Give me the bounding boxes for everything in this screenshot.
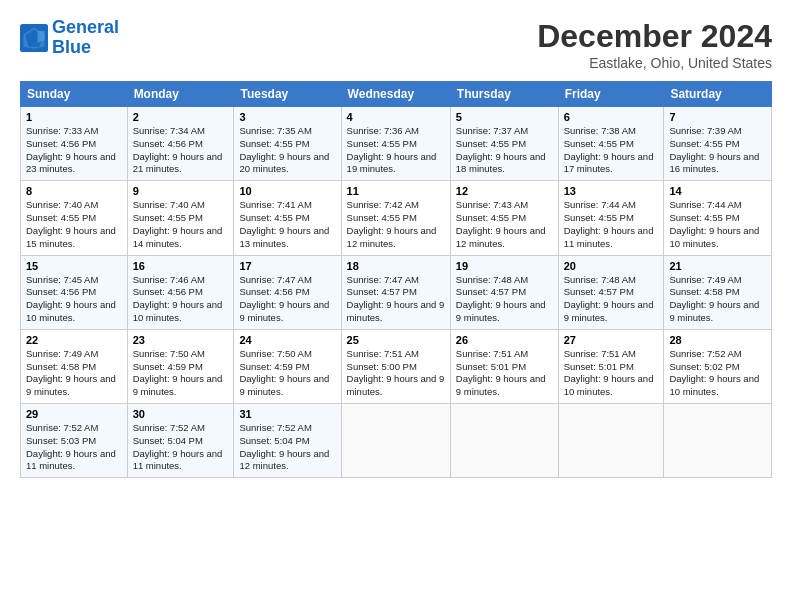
day-number: 28 xyxy=(669,334,766,346)
page: General Blue December 2024 Eastlake, Ohi… xyxy=(0,0,792,612)
day-cell: 6Sunrise: 7:38 AMSunset: 4:55 PMDaylight… xyxy=(558,107,664,181)
day-info: Sunrise: 7:45 AMSunset: 4:56 PMDaylight:… xyxy=(26,274,122,325)
day-number: 24 xyxy=(239,334,335,346)
day-cell: 14Sunrise: 7:44 AMSunset: 4:55 PMDayligh… xyxy=(664,181,772,255)
day-info: Sunrise: 7:40 AMSunset: 4:55 PMDaylight:… xyxy=(133,199,229,250)
day-info: Sunrise: 7:40 AMSunset: 4:55 PMDaylight:… xyxy=(26,199,122,250)
day-number: 17 xyxy=(239,260,335,272)
day-cell: 28Sunrise: 7:52 AMSunset: 5:02 PMDayligh… xyxy=(664,329,772,403)
location: Eastlake, Ohio, United States xyxy=(537,55,772,71)
logo-line1: General xyxy=(52,17,119,37)
day-cell: 4Sunrise: 7:36 AMSunset: 4:55 PMDaylight… xyxy=(341,107,450,181)
day-cell: 29Sunrise: 7:52 AMSunset: 5:03 PMDayligh… xyxy=(21,404,128,478)
day-cell: 9Sunrise: 7:40 AMSunset: 4:55 PMDaylight… xyxy=(127,181,234,255)
day-number: 1 xyxy=(26,111,122,123)
day-cell: 25Sunrise: 7:51 AMSunset: 5:00 PMDayligh… xyxy=(341,329,450,403)
calendar-table: SundayMondayTuesdayWednesdayThursdayFrid… xyxy=(20,81,772,478)
day-cell: 10Sunrise: 7:41 AMSunset: 4:55 PMDayligh… xyxy=(234,181,341,255)
day-number: 25 xyxy=(347,334,445,346)
header: General Blue December 2024 Eastlake, Ohi… xyxy=(20,18,772,71)
day-cell: 16Sunrise: 7:46 AMSunset: 4:56 PMDayligh… xyxy=(127,255,234,329)
day-cell: 11Sunrise: 7:42 AMSunset: 4:55 PMDayligh… xyxy=(341,181,450,255)
day-cell: 5Sunrise: 7:37 AMSunset: 4:55 PMDaylight… xyxy=(450,107,558,181)
day-info: Sunrise: 7:37 AMSunset: 4:55 PMDaylight:… xyxy=(456,125,553,176)
day-number: 2 xyxy=(133,111,229,123)
day-info: Sunrise: 7:49 AMSunset: 4:58 PMDaylight:… xyxy=(26,348,122,399)
day-info: Sunrise: 7:38 AMSunset: 4:55 PMDaylight:… xyxy=(564,125,659,176)
logo-icon xyxy=(20,24,48,52)
day-cell: 13Sunrise: 7:44 AMSunset: 4:55 PMDayligh… xyxy=(558,181,664,255)
day-cell: 31Sunrise: 7:52 AMSunset: 5:04 PMDayligh… xyxy=(234,404,341,478)
day-cell: 24Sunrise: 7:50 AMSunset: 4:59 PMDayligh… xyxy=(234,329,341,403)
week-row-4: 22Sunrise: 7:49 AMSunset: 4:58 PMDayligh… xyxy=(21,329,772,403)
day-cell: 1Sunrise: 7:33 AMSunset: 4:56 PMDaylight… xyxy=(21,107,128,181)
day-info: Sunrise: 7:48 AMSunset: 4:57 PMDaylight:… xyxy=(456,274,553,325)
day-number: 27 xyxy=(564,334,659,346)
day-cell: 15Sunrise: 7:45 AMSunset: 4:56 PMDayligh… xyxy=(21,255,128,329)
day-info: Sunrise: 7:43 AMSunset: 4:55 PMDaylight:… xyxy=(456,199,553,250)
logo-text: General Blue xyxy=(52,18,119,58)
day-info: Sunrise: 7:52 AMSunset: 5:04 PMDaylight:… xyxy=(133,422,229,473)
day-number: 14 xyxy=(669,185,766,197)
day-number: 20 xyxy=(564,260,659,272)
day-cell: 12Sunrise: 7:43 AMSunset: 4:55 PMDayligh… xyxy=(450,181,558,255)
month-title: December 2024 xyxy=(537,18,772,55)
day-cell xyxy=(664,404,772,478)
week-row-3: 15Sunrise: 7:45 AMSunset: 4:56 PMDayligh… xyxy=(21,255,772,329)
day-number: 29 xyxy=(26,408,122,420)
day-info: Sunrise: 7:52 AMSunset: 5:04 PMDaylight:… xyxy=(239,422,335,473)
day-number: 3 xyxy=(239,111,335,123)
day-info: Sunrise: 7:52 AMSunset: 5:03 PMDaylight:… xyxy=(26,422,122,473)
logo-line2: Blue xyxy=(52,37,91,57)
day-cell: 20Sunrise: 7:48 AMSunset: 4:57 PMDayligh… xyxy=(558,255,664,329)
day-info: Sunrise: 7:46 AMSunset: 4:56 PMDaylight:… xyxy=(133,274,229,325)
day-cell: 17Sunrise: 7:47 AMSunset: 4:56 PMDayligh… xyxy=(234,255,341,329)
weekday-wednesday: Wednesday xyxy=(341,82,450,107)
day-cell: 19Sunrise: 7:48 AMSunset: 4:57 PMDayligh… xyxy=(450,255,558,329)
day-info: Sunrise: 7:39 AMSunset: 4:55 PMDaylight:… xyxy=(669,125,766,176)
day-info: Sunrise: 7:33 AMSunset: 4:56 PMDaylight:… xyxy=(26,125,122,176)
day-info: Sunrise: 7:51 AMSunset: 5:01 PMDaylight:… xyxy=(564,348,659,399)
day-info: Sunrise: 7:49 AMSunset: 4:58 PMDaylight:… xyxy=(669,274,766,325)
day-number: 15 xyxy=(26,260,122,272)
day-cell: 3Sunrise: 7:35 AMSunset: 4:55 PMDaylight… xyxy=(234,107,341,181)
day-cell xyxy=(558,404,664,478)
day-cell: 18Sunrise: 7:47 AMSunset: 4:57 PMDayligh… xyxy=(341,255,450,329)
day-number: 4 xyxy=(347,111,445,123)
day-info: Sunrise: 7:36 AMSunset: 4:55 PMDaylight:… xyxy=(347,125,445,176)
title-block: December 2024 Eastlake, Ohio, United Sta… xyxy=(537,18,772,71)
weekday-friday: Friday xyxy=(558,82,664,107)
day-cell: 26Sunrise: 7:51 AMSunset: 5:01 PMDayligh… xyxy=(450,329,558,403)
day-number: 16 xyxy=(133,260,229,272)
weekday-sunday: Sunday xyxy=(21,82,128,107)
weekday-header-row: SundayMondayTuesdayWednesdayThursdayFrid… xyxy=(21,82,772,107)
day-cell: 2Sunrise: 7:34 AMSunset: 4:56 PMDaylight… xyxy=(127,107,234,181)
logo: General Blue xyxy=(20,18,119,58)
day-number: 8 xyxy=(26,185,122,197)
day-info: Sunrise: 7:34 AMSunset: 4:56 PMDaylight:… xyxy=(133,125,229,176)
week-row-5: 29Sunrise: 7:52 AMSunset: 5:03 PMDayligh… xyxy=(21,404,772,478)
day-number: 21 xyxy=(669,260,766,272)
day-number: 6 xyxy=(564,111,659,123)
day-number: 10 xyxy=(239,185,335,197)
day-number: 26 xyxy=(456,334,553,346)
day-cell: 30Sunrise: 7:52 AMSunset: 5:04 PMDayligh… xyxy=(127,404,234,478)
day-info: Sunrise: 7:44 AMSunset: 4:55 PMDaylight:… xyxy=(564,199,659,250)
day-info: Sunrise: 7:35 AMSunset: 4:55 PMDaylight:… xyxy=(239,125,335,176)
day-number: 12 xyxy=(456,185,553,197)
day-number: 11 xyxy=(347,185,445,197)
day-cell: 27Sunrise: 7:51 AMSunset: 5:01 PMDayligh… xyxy=(558,329,664,403)
day-info: Sunrise: 7:50 AMSunset: 4:59 PMDaylight:… xyxy=(239,348,335,399)
day-number: 13 xyxy=(564,185,659,197)
day-info: Sunrise: 7:41 AMSunset: 4:55 PMDaylight:… xyxy=(239,199,335,250)
day-info: Sunrise: 7:52 AMSunset: 5:02 PMDaylight:… xyxy=(669,348,766,399)
day-cell: 8Sunrise: 7:40 AMSunset: 4:55 PMDaylight… xyxy=(21,181,128,255)
day-number: 18 xyxy=(347,260,445,272)
weekday-monday: Monday xyxy=(127,82,234,107)
week-row-1: 1Sunrise: 7:33 AMSunset: 4:56 PMDaylight… xyxy=(21,107,772,181)
day-info: Sunrise: 7:44 AMSunset: 4:55 PMDaylight:… xyxy=(669,199,766,250)
day-number: 22 xyxy=(26,334,122,346)
day-info: Sunrise: 7:47 AMSunset: 4:56 PMDaylight:… xyxy=(239,274,335,325)
day-cell: 22Sunrise: 7:49 AMSunset: 4:58 PMDayligh… xyxy=(21,329,128,403)
day-cell xyxy=(341,404,450,478)
